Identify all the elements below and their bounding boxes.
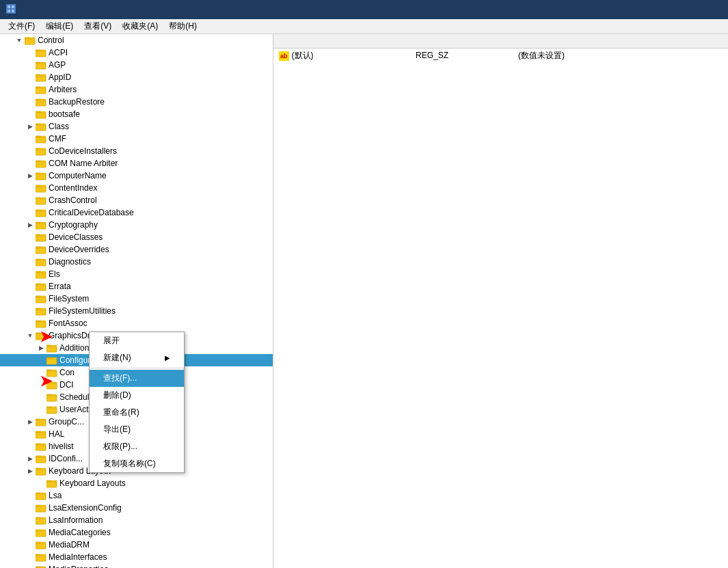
tree-item-contentindex[interactable]: ContentIndex [0,182,273,194]
expand-btn[interactable]: ▼ [14,35,25,46]
expand-btn-cryptography[interactable]: ▶ [25,219,36,230]
context-menu-label-expand: 展开 [103,335,120,347]
menu-item-文件(F)[interactable]: 文件(F) [3,19,40,33]
menu-item-帮助(H)[interactable]: 帮助(H) [163,19,202,33]
tree-item-mediadrm[interactable]: MediaDRM [0,539,273,551]
tree-item-mediacategories[interactable]: MediaCategories [0,526,273,539]
tree-item-deviceoverrides[interactable]: DeviceOverrides [0,243,273,256]
context-menu-rename[interactable]: 重命名(R) [90,404,184,421]
tree-item-keyboardlayouts[interactable]: Keyboard Layouts [0,477,273,489]
expand-btn-graphicsdrivers[interactable]: ▼ [25,330,36,341]
svg-rect-91 [46,383,57,389]
tree-item-cryptography[interactable]: ▶ Cryptography [0,219,273,231]
tree-item-computername[interactable]: ▶ ComputerName [0,170,273,182]
tree-label-class: Class [49,122,69,131]
svg-rect-106 [36,445,46,450]
tree-item-mediainterfaces[interactable]: MediaInterfaces [0,551,273,563]
expand-btn-contentindex [25,182,36,193]
tree-label-mediacategories: MediaCategories [49,528,111,537]
tree-item-class[interactable]: ▶ Class [0,120,273,133]
svg-rect-28 [36,125,46,131]
tree-item-criticaldevicedatabase[interactable]: CriticalDeviceDatabase [0,206,273,219]
svg-rect-49 [36,211,46,217]
tree-item-filesystem[interactable]: FileSystem [0,293,273,305]
tree-label-codeviceinstallers: CoDeviceInstallers [49,146,117,156]
tree-item-cmf[interactable]: CMF [0,133,273,145]
expand-btn-additionalmodelists[interactable]: ▶ [36,342,46,353]
context-menu-find[interactable]: 查找(F)... [90,370,184,387]
tree-item-backuprestore[interactable]: BackupRestore [0,96,273,108]
tree-item-diagnostics[interactable]: Diagnostics [0,256,273,268]
folder-icon-errata [36,282,46,291]
main-layout: ➤ ➤ ▼ Control ACPI AGP AppID Arbiters [0,34,728,568]
tree-item-fontassoc[interactable]: FontAssoc [0,317,273,329]
expand-btn-class[interactable]: ▶ [25,121,36,132]
tree-item-control[interactable]: ▼ Control [0,34,273,46]
tree-label-diagnostics: Diagnostics [49,257,91,267]
menu-item-查看(V)[interactable]: 查看(V) [79,19,117,33]
expand-btn-mediacategories [25,527,36,538]
svg-rect-118 [36,494,46,500]
tree-item-mediaproperties[interactable]: MediaProperties [0,563,273,568]
tree-label-criticaldevicedatabase: CriticalDeviceDatabase [49,208,134,217]
tree-item-lsainformation[interactable]: LsaInformation [0,514,273,526]
tree-item-deviceclasses[interactable]: DeviceClasses [0,231,273,243]
context-menu-expand[interactable]: 展开 [90,332,184,349]
tree-label-els: Els [49,269,60,279]
tree-label-deviceoverrides: DeviceOverrides [49,245,109,254]
menu-item-收藏夹(A)[interactable]: 收藏夹(A) [117,19,163,33]
folder-icon-configuration [46,355,57,365]
svg-rect-7 [25,39,35,44]
tree-item-lsa[interactable]: Lsa [0,489,273,502]
svg-rect-94 [46,396,57,401]
tree-item-codeviceinstallers[interactable]: CoDeviceInstallers [0,145,273,157]
folder-icon-fontassoc [36,319,46,328]
expand-btn-groupc[interactable]: ▶ [25,416,36,427]
tree-item-label: Control [38,36,64,45]
expand-btn-deviceclasses [25,232,36,243]
tree-item-agp[interactable]: AGP [0,59,273,71]
tree-item-errata[interactable]: Errata [0,280,273,293]
context-menu-delete[interactable]: 删除(D) [90,387,184,404]
expand-btn-computername[interactable]: ▶ [25,170,36,181]
tree-label-con: Con [59,368,75,377]
svg-rect-2 [12,5,14,8]
context-menu-permissions[interactable]: 权限(P)... [90,438,184,455]
svg-rect-85 [46,359,57,364]
tree-item-appid[interactable]: AppID [0,71,273,83]
tree-item-bootsafe[interactable]: bootsafe [0,108,273,120]
folder-icon-cmf [36,134,46,144]
tree-item-comnamearbiter[interactable]: COM Name Arbiter [0,157,273,170]
expand-btn-idconfig[interactable]: ▶ [25,453,36,464]
svg-rect-100 [36,420,46,426]
folder-icon-keyboardlayout [36,466,46,476]
tree-item-filesystemutilities[interactable]: FileSystemUtilities [0,305,273,317]
context-menu-label-new: 新建(N) [103,352,131,364]
expand-btn-diagnostics [25,256,36,267]
tree-item-els[interactable]: Els [0,268,273,280]
tree-label-deviceclasses: DeviceClasses [49,232,103,242]
svg-rect-22 [36,100,46,106]
expand-btn-codeviceinstallers [25,146,36,157]
tree-label-cryptography: Cryptography [49,220,98,230]
tree-pane[interactable]: ➤ ➤ ▼ Control ACPI AGP AppID Arbiters [0,34,273,568]
context-menu-export[interactable]: 导出(E) [90,421,184,438]
tree-item-arbiters[interactable]: Arbiters [0,83,273,96]
tree-item-acpi[interactable]: ACPI [0,46,273,59]
submenu-arrow: ▶ [165,354,170,362]
tree-label-hal: HAL [49,429,64,439]
svg-rect-4 [12,10,14,12]
expand-btn-fontassoc [25,318,36,329]
right-pane[interactable]: ab(默认) REG_SZ (数值未设置) [273,34,728,568]
context-menu-copyname[interactable]: 复制项名称(C) [90,455,184,472]
svg-rect-88 [46,371,57,377]
menu-item-编辑(E)[interactable]: 编辑(E) [40,19,79,33]
expand-btn-backuprestore [25,96,36,107]
folder-icon-class [36,122,46,131]
tree-label-arbiters: Arbiters [49,85,77,94]
context-menu-new[interactable]: 新建(N)▶ [90,349,184,366]
table-row[interactable]: ab(默认) REG_SZ (数值未设置) [273,48,728,63]
tree-item-lsaextensionconfig[interactable]: LsaExtensionConfig [0,502,273,514]
tree-item-crashcontrol[interactable]: CrashControl [0,194,273,206]
expand-btn-keyboardlayout[interactable]: ▶ [25,465,36,476]
